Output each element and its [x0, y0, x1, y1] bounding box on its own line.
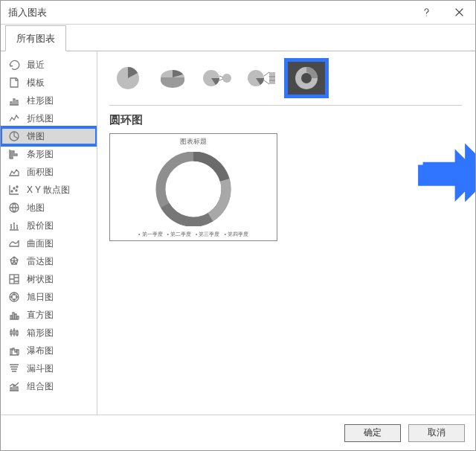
sidebar-item-recent[interactable]: 最近 [1, 56, 97, 74]
stock-chart-icon [8, 220, 20, 231]
sidebar-item-label: 直方图 [27, 309, 54, 322]
sidebar-item-area[interactable]: 面积图 [1, 163, 97, 181]
sidebar-item-combo[interactable]: 组合图 [1, 377, 97, 395]
sidebar-item-label: 地图 [27, 202, 45, 214]
tabstrip: 所有图表 [1, 25, 475, 51]
sidebar-item-label: 雷达图 [27, 255, 54, 268]
close-button[interactable] [443, 1, 475, 24]
sidebar-item-column[interactable]: 柱形图 [1, 92, 97, 109]
bar-of-pie-icon [245, 64, 278, 92]
preview-title: 图表标题 [180, 137, 207, 147]
sidebar-item-boxwhisker[interactable]: 箱形图 [1, 324, 97, 342]
subtype-3d-pie[interactable] [154, 62, 191, 95]
sidebar-item-label: 最近 [27, 59, 45, 71]
combo-chart-icon [8, 380, 20, 392]
svg-point-3 [16, 190, 17, 191]
sidebar-item-label: 漏斗图 [27, 362, 54, 375]
svg-point-1 [11, 191, 13, 192]
line-chart-icon [8, 112, 20, 124]
subtype-pie-of-pie[interactable] [199, 62, 236, 95]
chart-preview[interactable]: 图表标题 第一季度 第二季度 第三季度 第四季度 [109, 133, 277, 241]
chart-category-sidebar: 最近 模板 柱形图 折线图 饼图 条形图 [1, 51, 97, 415]
treemap-chart-icon [8, 273, 20, 285]
subtype-pie[interactable] [109, 62, 147, 95]
sidebar-item-label: 面积图 [27, 166, 54, 179]
sidebar-item-line[interactable]: 折线图 [1, 109, 97, 127]
sidebar-item-waterfall[interactable]: 瀑布图 [1, 342, 97, 359]
sidebar-item-scatter[interactable]: X Y 散点图 [1, 181, 97, 199]
sidebar-item-label: 旭日图 [27, 291, 54, 304]
sidebar-item-templates[interactable]: 模板 [1, 74, 97, 92]
dialog-body: 最近 模板 柱形图 折线图 饼图 条形图 [1, 51, 475, 415]
sidebar-item-label: 组合图 [27, 380, 54, 393]
sidebar-item-label: 柱形图 [27, 95, 54, 107]
pie-icon [112, 64, 144, 92]
sidebar-item-label: 箱形图 [27, 327, 54, 339]
preview-legend: 第一季度 第二季度 第三季度 第四季度 [138, 231, 248, 240]
svg-point-4 [16, 186, 18, 188]
scatter-chart-icon [8, 184, 20, 196]
sidebar-item-radar[interactable]: 雷达图 [1, 252, 97, 270]
pie-of-pie-icon [201, 64, 234, 92]
dialog-footer: 确定 取消 [1, 415, 475, 450]
histogram-chart-icon [8, 309, 20, 321]
sidebar-item-label: 瀑布图 [27, 345, 54, 357]
sidebar-item-label: 饼图 [27, 130, 45, 143]
bar-chart-icon [8, 148, 20, 160]
sidebar-item-treemap[interactable]: 树状图 [1, 270, 97, 288]
waterfall-chart-icon [8, 345, 20, 356]
svg-point-12 [222, 74, 231, 83]
radar-chart-icon [8, 255, 20, 267]
sidebar-item-label: 曲面图 [27, 237, 54, 250]
sidebar-item-bar[interactable]: 条形图 [1, 145, 97, 163]
main-panel: 圆环图 图表标题 第一季度 第二季度 第三季度 第四季度 [97, 51, 475, 415]
sidebar-item-label: 股价图 [27, 220, 54, 232]
sidebar-item-histogram[interactable]: 直方图 [1, 306, 97, 324]
preview-chart-graphic [152, 147, 234, 231]
box-whisker-chart-icon [8, 327, 20, 339]
svg-rect-14 [269, 72, 275, 84]
tab-all-charts[interactable]: 所有图表 [5, 25, 66, 51]
legend-item: 第三季度 [196, 231, 219, 238]
subtype-bar-of-pie[interactable] [243, 62, 280, 95]
insert-chart-dialog: 插入图表 所有图表 最近 模板 柱形图 折线图 [0, 0, 476, 451]
legend-item: 第二季度 [167, 231, 191, 238]
map-chart-icon [8, 202, 20, 214]
sidebar-item-label: 折线图 [27, 112, 54, 125]
callout-arrow-icon [417, 139, 475, 214]
recent-icon [8, 59, 20, 71]
svg-point-2 [13, 188, 15, 189]
sidebar-item-label: 树状图 [27, 273, 54, 286]
sidebar-item-pie[interactable]: 饼图 [1, 127, 97, 145]
subtype-doughnut[interactable] [288, 62, 325, 95]
sunburst-chart-icon [8, 291, 20, 303]
close-icon [454, 7, 464, 17]
titlebar: 插入图表 [1, 1, 475, 25]
funnel-chart-icon [8, 362, 20, 374]
subtype-heading: 圆环图 [109, 113, 462, 127]
sidebar-item-label: 模板 [27, 77, 45, 89]
pie-3d-icon [156, 64, 189, 92]
sidebar-item-map[interactable]: 地图 [1, 199, 97, 217]
ok-button[interactable]: 确定 [344, 424, 401, 442]
surface-chart-icon [8, 237, 20, 249]
column-chart-icon [8, 95, 20, 106]
template-icon [8, 77, 20, 89]
svg-point-16 [301, 73, 312, 83]
sidebar-item-funnel[interactable]: 漏斗图 [1, 359, 97, 377]
pie-chart-icon [8, 130, 20, 142]
legend-item: 第四季度 [224, 231, 248, 238]
cancel-button[interactable]: 取消 [408, 424, 465, 442]
sidebar-item-surface[interactable]: 曲面图 [1, 234, 97, 252]
sidebar-item-label: 条形图 [27, 148, 54, 161]
doughnut-icon [290, 64, 323, 92]
sidebar-item-stock[interactable]: 股价图 [1, 217, 97, 234]
sidebar-item-sunburst[interactable]: 旭日图 [1, 288, 97, 306]
help-button[interactable] [410, 1, 443, 24]
area-chart-icon [8, 166, 20, 178]
help-icon [422, 7, 431, 17]
dialog-title: 插入图表 [8, 6, 410, 19]
sidebar-item-label: X Y 散点图 [27, 184, 70, 196]
pie-subtype-row [109, 59, 462, 106]
legend-item: 第一季度 [138, 231, 162, 238]
